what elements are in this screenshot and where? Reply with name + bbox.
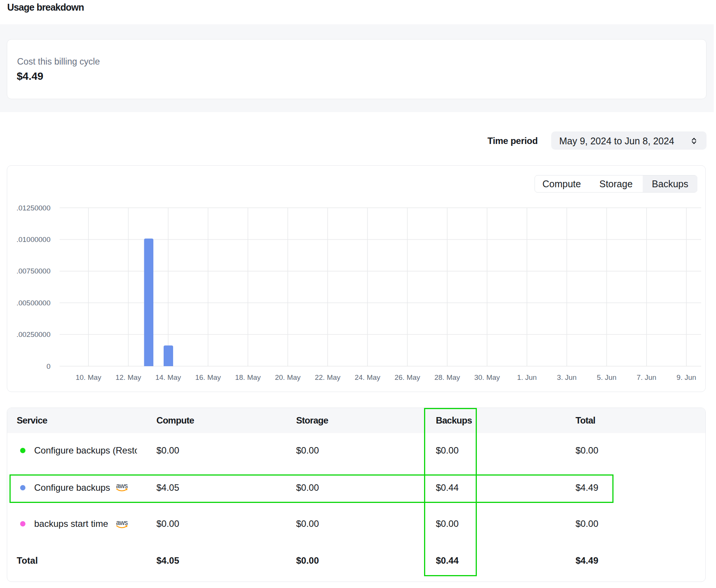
svg-text:1. Jun: 1. Jun	[517, 373, 537, 381]
svg-text:.00750000: .00750000	[16, 267, 50, 275]
svg-text:12. May: 12. May	[115, 373, 141, 381]
svg-text:20. May: 20. May	[275, 373, 301, 381]
svg-text:.00250000: .00250000	[16, 330, 50, 338]
svg-text:9. Jun: 9. Jun	[677, 373, 696, 381]
svg-text:0: 0	[46, 362, 50, 370]
svg-text:16. May: 16. May	[195, 373, 221, 381]
svg-text:.01250000: .01250000	[16, 204, 50, 212]
svg-text:7. Jun: 7. Jun	[637, 373, 656, 381]
svg-text:26. May: 26. May	[394, 373, 420, 381]
svg-text:.00500000: .00500000	[16, 299, 50, 307]
svg-text:10. May: 10. May	[76, 373, 101, 381]
svg-text:24. May: 24. May	[355, 373, 380, 381]
svg-text:14. May: 14. May	[155, 373, 181, 381]
svg-text:28. May: 28. May	[434, 373, 460, 381]
svg-text:.01000000: .01000000	[16, 236, 50, 243]
svg-text:18. May: 18. May	[235, 373, 261, 381]
svg-text:5. Jun: 5. Jun	[597, 373, 617, 381]
svg-text:22. May: 22. May	[315, 373, 341, 381]
svg-text:30. May: 30. May	[474, 373, 500, 381]
svg-text:3. Jun: 3. Jun	[557, 373, 577, 381]
